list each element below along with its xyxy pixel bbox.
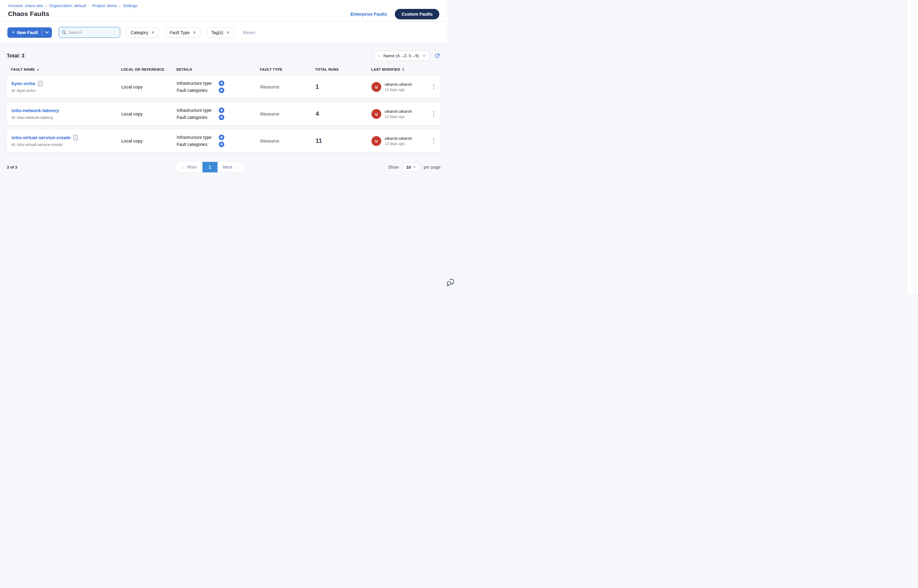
modified-by-user: utkarsh.utkarsh xyxy=(385,109,412,114)
page-size-controls: Show 10 per page xyxy=(388,163,441,172)
description-icon xyxy=(73,135,78,141)
total-runs-cell: 1 xyxy=(315,83,372,90)
fault-table-row[interactable]: byoc-echo Id: byoc-echo Local copy Infra… xyxy=(6,75,441,99)
total-runs-cell: 11 xyxy=(315,137,372,144)
pager: ← Prev 1 Next → xyxy=(175,162,244,172)
fault-id: Id: byoc-echo xyxy=(11,88,121,93)
row-menu-button[interactable] xyxy=(432,109,436,118)
chevron-right-icon: › xyxy=(119,4,120,8)
modified-time: 13 days ago xyxy=(385,115,412,119)
local-or-reference-cell: Local copy xyxy=(121,84,177,89)
breadcrumb-settings[interactable]: Settings xyxy=(123,3,137,8)
prev-page-button[interactable]: ← Prev xyxy=(175,162,202,172)
modified-time: 13 days ago xyxy=(385,142,412,146)
category-filter-chip[interactable]: Category ✕ xyxy=(126,27,159,38)
fault-type-filter-chip[interactable]: Fault Type ✕ xyxy=(165,27,200,38)
fault-type-filter-label: Fault Type xyxy=(170,30,189,35)
row-menu-button[interactable] xyxy=(432,136,436,145)
fault-name-cell: istio-virtual-service-create Id: istio-v… xyxy=(11,135,121,147)
column-header-fault-name[interactable]: FAULT NAME ▲ xyxy=(11,68,121,71)
refresh-icon xyxy=(434,53,441,59)
tags-filter-chip[interactable]: Tag(s) ✕ xyxy=(207,27,234,38)
fault-categories-label: Fault categories: xyxy=(177,88,219,93)
close-icon[interactable]: ✕ xyxy=(192,30,196,35)
column-label: LOCAL OR REFERENCE xyxy=(121,68,164,71)
fault-type-cell: Resource xyxy=(260,111,315,116)
fault-table-row[interactable]: istio-network-latency Id: istio-network-… xyxy=(6,102,441,126)
reset-filters-button[interactable]: Reset xyxy=(243,30,255,35)
avatar: u xyxy=(372,136,381,146)
modified-time: 13 days ago xyxy=(385,87,412,92)
column-header-fault-type: FAULT TYPE xyxy=(260,68,315,71)
fault-id: Id: istio-virtual-service-create xyxy=(11,142,121,147)
sort-dropdown[interactable]: ↑↓ Name (A→Z, 0→9) xyxy=(373,51,430,61)
current-page-button[interactable]: 1 xyxy=(202,162,218,172)
header-left: Account: chaos-dev › Organization: defau… xyxy=(8,3,137,21)
column-label: LAST MODIFIED xyxy=(371,68,400,71)
header-right: Enterprise Faults Custom Faults xyxy=(351,3,440,21)
breadcrumb-organization[interactable]: Organization: default xyxy=(49,3,86,8)
sort-both-icon: ▲▼ xyxy=(402,68,404,71)
page-title: Chaos Faults xyxy=(8,10,137,18)
page-size-value: 10 xyxy=(406,165,411,170)
breadcrumb-account[interactable]: Account: chaos-dev xyxy=(8,3,43,8)
new-fault-button[interactable]: + New Fault xyxy=(7,27,52,38)
modified-by-user: utkarsh.utkarsh xyxy=(385,136,412,141)
fault-name-link[interactable]: istio-virtual-service-create xyxy=(11,135,71,141)
new-fault-main[interactable]: + New Fault xyxy=(7,29,42,36)
kubernetes-icon: ☸ xyxy=(219,134,224,140)
chat-bubbles-icon xyxy=(446,278,455,287)
prev-label: Prev xyxy=(187,165,197,170)
filter-chips: Category ✕ Fault Type ✕ Tag(s) ✕ xyxy=(126,27,234,38)
search-icon xyxy=(62,30,66,35)
total-runs-cell: 4 xyxy=(315,110,372,117)
custom-faults-button[interactable]: Custom Faults xyxy=(395,9,440,19)
infrastructure-type-label: Infrastructure type: xyxy=(177,81,219,86)
column-label: FAULT NAME xyxy=(11,68,35,71)
table-column-headers: FAULT NAME ▲ LOCAL OR REFERENCE DETAILS … xyxy=(6,68,441,71)
infrastructure-type-label: Infrastructure type: xyxy=(177,135,219,140)
details-cell: Infrastructure type: ☸ Fault categories:… xyxy=(177,134,260,147)
chevron-down-icon xyxy=(422,55,426,57)
fault-name-link[interactable]: byoc-echo xyxy=(11,81,36,86)
list-header: Total: 3 ↑↓ Name (A→Z, 0→9) xyxy=(7,51,441,61)
local-or-reference-cell: Local copy xyxy=(121,139,177,144)
refresh-button[interactable] xyxy=(434,53,441,59)
column-label: DETAILS xyxy=(176,68,192,71)
category-filter-label: Category xyxy=(131,30,148,35)
search-input[interactable] xyxy=(68,30,117,35)
support-chat-button[interactable] xyxy=(446,278,455,288)
chaos-faults-page: Account: chaos-dev › Organization: defau… xyxy=(0,0,447,294)
sort-arrows-icon: ↑↓ xyxy=(378,54,380,58)
close-icon[interactable]: ✕ xyxy=(226,30,230,35)
fault-table-body: byoc-echo Id: byoc-echo Local copy Infra… xyxy=(6,75,441,153)
column-header-local-or-reference: LOCAL OR REFERENCE xyxy=(121,68,176,71)
close-icon[interactable]: ✕ xyxy=(151,30,155,35)
breadcrumb-project[interactable]: Project: demo xyxy=(92,3,117,8)
fault-name-cell: istio-network-latency Id: istio-network-… xyxy=(11,108,121,120)
kubernetes-icon: ☸ xyxy=(219,115,224,120)
next-label: Next xyxy=(223,165,232,170)
column-label: FAULT TYPE xyxy=(260,68,282,71)
chevron-down-icon[interactable] xyxy=(42,31,52,34)
row-menu-button[interactable] xyxy=(432,82,436,91)
fault-table-row[interactable]: istio-virtual-service-create Id: istio-v… xyxy=(6,129,441,153)
fault-type-cell: Resource xyxy=(260,84,315,89)
details-cell: Infrastructure type: ☸ Fault categories:… xyxy=(177,108,260,120)
local-or-reference-cell: Local copy xyxy=(121,111,177,116)
chevron-right-icon: › xyxy=(89,4,90,8)
avatar: u xyxy=(372,109,381,119)
search-box xyxy=(59,27,120,38)
sort-dropdown-value: Name (A→Z, 0→9) xyxy=(383,53,419,58)
modified-by-user: utkarsh.utkarsh xyxy=(385,82,412,87)
page-size-dropdown[interactable]: 10 xyxy=(403,163,420,172)
enterprise-faults-link[interactable]: Enterprise Faults xyxy=(351,12,387,16)
kubernetes-icon: ☸ xyxy=(219,142,224,147)
column-header-last-modified[interactable]: LAST MODIFIED ▲▼ xyxy=(371,68,430,71)
chevron-right-icon: › xyxy=(45,4,47,8)
fault-name-link[interactable]: istio-network-latency xyxy=(11,108,59,113)
next-page-button[interactable]: Next → xyxy=(218,162,244,172)
sort-controls: ↑↓ Name (A→Z, 0→9) xyxy=(373,51,441,61)
kubernetes-icon: ☸ xyxy=(219,81,224,86)
fault-type-cell: Resource xyxy=(260,139,315,144)
